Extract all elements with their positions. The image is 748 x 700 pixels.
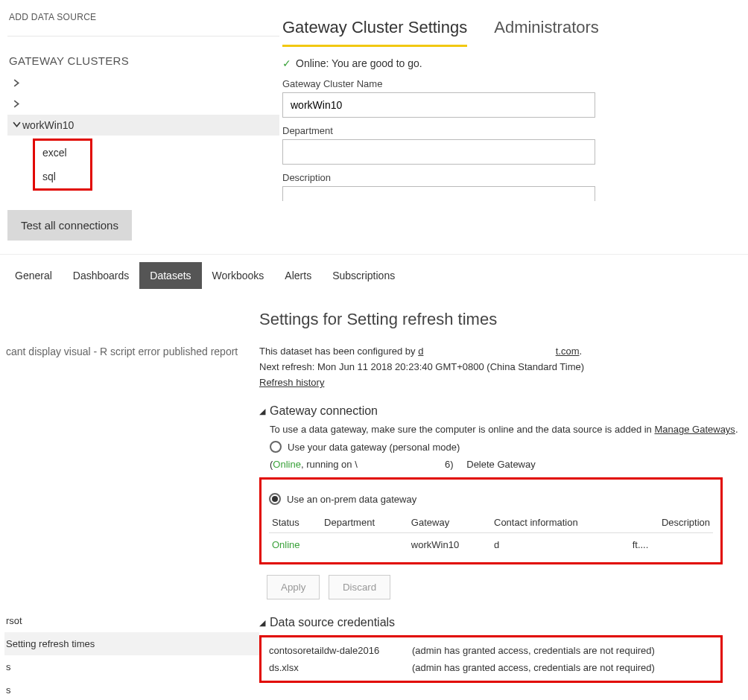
add-data-source-link[interactable]: ADD DATA SOURCE bbox=[9, 12, 279, 22]
configured-user-link[interactable]: d bbox=[418, 346, 423, 357]
list-item[interactable]: s bbox=[4, 678, 259, 700]
list-item-selected[interactable]: Setting refresh times bbox=[4, 632, 259, 655]
chevron-right-icon bbox=[10, 77, 22, 89]
personal-gateway-status: Online bbox=[273, 459, 301, 470]
col-status: Status bbox=[269, 512, 321, 533]
credential-row: ds.xlsx (admin has granted access, crede… bbox=[269, 659, 713, 676]
chevron-down-icon bbox=[10, 119, 22, 131]
onprem-gateway-box: Use an on-prem data gateway Status Depar… bbox=[259, 477, 723, 564]
configured-by-line: This dataset has been configured by d t.… bbox=[259, 346, 745, 357]
tab-workbooks[interactable]: Workbooks bbox=[202, 262, 275, 289]
gateway-status: ✓ Online: You are good to go. bbox=[282, 57, 748, 69]
tab-datasets[interactable]: Datasets bbox=[139, 262, 201, 289]
triangle-down-icon: ◢ bbox=[259, 618, 265, 628]
table-row[interactable]: Online workWin10 d ft.... bbox=[269, 533, 713, 557]
col-department: Department bbox=[321, 512, 408, 533]
cluster-item-collapsed[interactable] bbox=[7, 94, 279, 115]
col-contact: Contact information bbox=[491, 512, 630, 533]
data-source-excel[interactable]: excel bbox=[35, 141, 90, 165]
data-source-credentials-heading: Data source credentials bbox=[270, 616, 395, 629]
credentials-box: contosoretaildw-dale2016 (admin has gran… bbox=[259, 635, 723, 683]
gateway-table: Status Department Gateway Contact inform… bbox=[269, 512, 713, 556]
discard-button[interactable]: Discard bbox=[329, 575, 390, 599]
gateway-blurb: To use a data gateway, make sure the com… bbox=[270, 424, 745, 435]
dataset-list-heading: cant display visual - R script error pub… bbox=[4, 340, 259, 363]
col-description: Description bbox=[630, 512, 713, 533]
data-source-sql[interactable]: sql bbox=[35, 165, 90, 188]
description-label: Description bbox=[282, 172, 748, 183]
cluster-item-workwin10[interactable]: workWin10 bbox=[7, 115, 279, 136]
data-source-list: excel sql bbox=[33, 139, 92, 191]
refresh-history-link[interactable]: Refresh history bbox=[259, 377, 324, 388]
col-gateway: Gateway bbox=[408, 512, 491, 533]
department-label: Department bbox=[282, 125, 748, 136]
dataset-tabs: General Dashboards Datasets Workbooks Al… bbox=[0, 262, 748, 289]
next-refresh-line: Next refresh: Mon Jun 11 2018 20:23:40 G… bbox=[259, 361, 745, 372]
radio-onprem-gateway-label: Use an on-prem data gateway bbox=[287, 494, 416, 505]
radio-onprem-gateway[interactable] bbox=[269, 493, 281, 505]
apply-button[interactable]: Apply bbox=[267, 575, 320, 599]
cluster-name-label: Gateway Cluster Name bbox=[282, 78, 748, 89]
credential-msg: (admin has granted access, credentials a… bbox=[412, 645, 655, 656]
chevron-right-icon bbox=[10, 98, 22, 110]
settings-title: Settings for Setting refresh times bbox=[259, 310, 745, 329]
gateway-connection-heading: Gateway connection bbox=[270, 404, 378, 418]
tab-alerts[interactable]: Alerts bbox=[274, 262, 322, 289]
list-item[interactable]: rsot bbox=[4, 609, 259, 632]
cluster-label: workWin10 bbox=[22, 119, 74, 131]
cluster-item-collapsed[interactable] bbox=[7, 73, 279, 94]
credential-row: contosoretaildw-dale2016 (admin has gran… bbox=[269, 642, 713, 659]
gateway-connection-accordion[interactable]: ◢ Gateway connection bbox=[259, 404, 745, 418]
delete-gateway-link[interactable]: Delete Gateway bbox=[466, 459, 536, 470]
radio-personal-gateway[interactable] bbox=[270, 441, 282, 453]
tab-administrators[interactable]: Administrators bbox=[494, 18, 599, 47]
credential-name: ds.xlsx bbox=[269, 662, 396, 673]
data-source-credentials-accordion[interactable]: ◢ Data source credentials bbox=[259, 616, 745, 629]
credential-msg: (admin has granted access, credentials a… bbox=[412, 662, 655, 673]
tab-subscriptions[interactable]: Subscriptions bbox=[322, 262, 405, 289]
configured-user-link-2[interactable]: t.com bbox=[556, 346, 580, 357]
list-item[interactable]: s bbox=[4, 655, 259, 678]
credential-name: contosoretaildw-dale2016 bbox=[269, 645, 396, 656]
tab-general[interactable]: General bbox=[4, 262, 63, 289]
check-icon: ✓ bbox=[282, 57, 291, 69]
tab-dashboards[interactable]: Dashboards bbox=[63, 262, 140, 289]
radio-personal-gateway-label: Use your data gateway (personal mode) bbox=[288, 442, 460, 453]
cluster-name-input[interactable] bbox=[282, 92, 595, 118]
description-input[interactable] bbox=[282, 186, 595, 201]
manage-gateways-link[interactable]: Manage Gateways bbox=[654, 424, 735, 435]
status-text: Online: You are good to go. bbox=[296, 57, 422, 69]
triangle-down-icon: ◢ bbox=[259, 407, 265, 416]
department-input[interactable] bbox=[282, 139, 595, 165]
gateway-clusters-heading: GATEWAY CLUSTERS bbox=[9, 54, 279, 67]
test-all-connections-button[interactable]: Test all connections bbox=[7, 210, 132, 241]
tab-gateway-cluster-settings[interactable]: Gateway Cluster Settings bbox=[282, 18, 467, 47]
